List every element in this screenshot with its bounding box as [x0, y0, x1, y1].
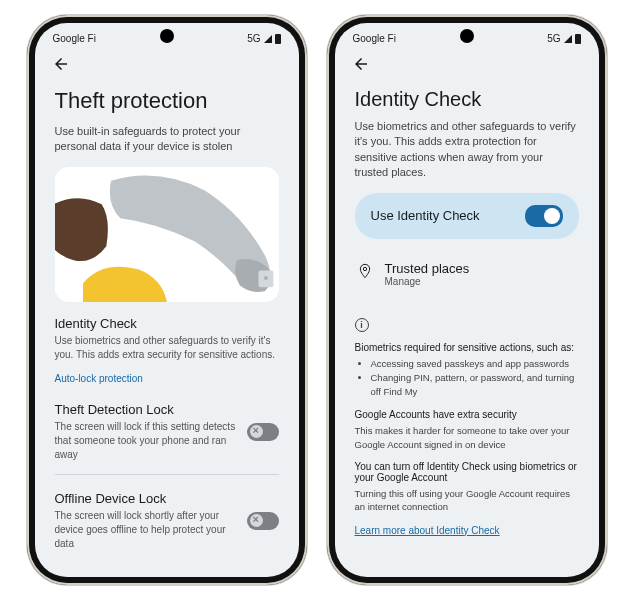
status-right: 5G	[247, 33, 280, 44]
trusted-places-title: Trusted places	[385, 261, 470, 276]
battery-icon	[575, 34, 581, 44]
signal-icon	[264, 35, 272, 43]
use-identity-check-label: Use Identity Check	[371, 208, 480, 223]
page-title: Theft protection	[55, 88, 279, 114]
back-button[interactable]	[351, 54, 371, 74]
theft-illustration	[55, 167, 279, 302]
arrow-left-icon	[52, 55, 70, 73]
screen-theft-protection: Google Fi 5G Theft protection Use built-…	[35, 23, 299, 577]
status-right: 5G	[547, 33, 580, 44]
theft-detection-row[interactable]: Theft Detection Lock The screen will loc…	[55, 396, 279, 468]
theft-detection-toggle[interactable]	[247, 423, 279, 441]
use-identity-check-card[interactable]: Use Identity Check	[355, 193, 579, 239]
location-pin-icon	[357, 263, 373, 279]
carrier-label: Google Fi	[53, 33, 96, 44]
network-label: 5G	[547, 33, 560, 44]
list-item: Changing PIN, pattern, or password, and …	[371, 371, 579, 400]
google-heading: Google Accounts have extra security	[355, 409, 579, 420]
spacer	[355, 307, 579, 308]
page-subtitle: Use built-in safeguards to protect your …	[55, 124, 279, 155]
back-button[interactable]	[51, 54, 71, 74]
signal-icon	[564, 35, 572, 43]
identity-check-title: Identity Check	[55, 316, 279, 331]
biometrics-list: Accessing saved passkeys and app passwor…	[355, 357, 579, 400]
camera-cutout	[460, 29, 474, 43]
camera-cutout	[160, 29, 174, 43]
trusted-places-sub: Manage	[385, 276, 470, 287]
battery-icon	[275, 34, 281, 44]
theft-detection-desc: The screen will lock if this setting det…	[55, 420, 237, 462]
network-label: 5G	[247, 33, 260, 44]
info-icon: i	[355, 318, 369, 332]
svg-point-2	[264, 276, 268, 280]
autolock-link[interactable]: Auto-lock protection	[55, 373, 143, 384]
turnoff-body: Turning this off using your Google Accou…	[355, 487, 579, 514]
illustration-svg	[55, 167, 279, 302]
theft-detection-title: Theft Detection Lock	[55, 402, 237, 417]
info-section: Biometrics required for sensitive action…	[355, 342, 579, 548]
google-body: This makes it harder for someone to take…	[355, 424, 579, 451]
screen-identity-check: Google Fi 5G Identity Check Use biometri…	[335, 23, 599, 577]
trusted-places-row[interactable]: Trusted places Manage	[355, 257, 579, 303]
offline-lock-desc: The screen will lock shortly after your …	[55, 509, 237, 551]
divider	[55, 474, 279, 475]
offline-lock-toggle[interactable]	[247, 512, 279, 530]
phone-left: Google Fi 5G Theft protection Use built-…	[27, 15, 307, 585]
content-right: Identity Check Use biometrics and other …	[335, 78, 599, 562]
arrow-left-icon	[352, 55, 370, 73]
biometrics-heading: Biometrics required for sensitive action…	[355, 342, 579, 353]
content-left: Theft protection Use built-in safeguards…	[35, 78, 299, 562]
turnoff-heading: You can turn off Identity Check using bi…	[355, 461, 579, 483]
offline-lock-row[interactable]: Offline Device Lock The screen will lock…	[55, 485, 279, 557]
learn-more-link[interactable]: Learn more about Identity Check	[355, 525, 500, 536]
identity-check-section[interactable]: Identity Check Use biometrics and other …	[55, 316, 279, 362]
page-title: Identity Check	[355, 88, 579, 111]
page-subtitle: Use biometrics and other safeguards to v…	[355, 119, 579, 181]
offline-lock-title: Offline Device Lock	[55, 491, 237, 506]
list-item: Accessing saved passkeys and app passwor…	[371, 357, 579, 371]
identity-check-desc: Use biometrics and other safeguards to v…	[55, 334, 279, 362]
use-identity-check-toggle[interactable]	[525, 205, 563, 227]
carrier-label: Google Fi	[353, 33, 396, 44]
phone-right: Google Fi 5G Identity Check Use biometri…	[327, 15, 607, 585]
